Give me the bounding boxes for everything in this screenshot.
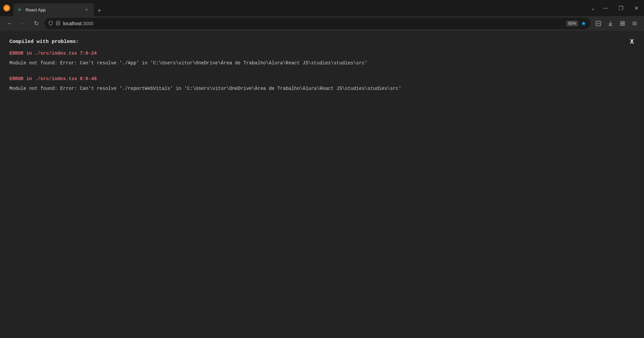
page-icon xyxy=(56,21,60,26)
tab-list-button[interactable]: ⌄ xyxy=(588,3,598,13)
url-text: localhost:3000 xyxy=(63,21,563,26)
tab-title: React App xyxy=(26,7,81,12)
active-tab[interactable]: ⚛ React App × xyxy=(13,3,94,16)
svg-rect-9 xyxy=(623,21,625,23)
zoom-badge: 80% xyxy=(566,20,578,26)
downloads-button[interactable] xyxy=(605,18,616,29)
close-button[interactable]: ✕ xyxy=(629,0,644,16)
error-title-2: ERROR in ./src/index.tsx 8:0-48 xyxy=(9,76,635,81)
minimize-button[interactable]: — xyxy=(598,0,613,16)
window-controls: — ❐ ✕ xyxy=(598,0,644,16)
svg-point-1 xyxy=(5,6,8,10)
address-bar[interactable]: localhost:3000 80% ★ xyxy=(44,18,590,29)
tab-bar: ⚛ React App × + ⌄ — ❐ ✕ xyxy=(0,0,644,16)
shield-icon xyxy=(48,21,53,26)
firefox-icon xyxy=(3,4,11,12)
reload-button[interactable]: ↻ xyxy=(31,18,42,29)
close-overlay-button[interactable]: X xyxy=(627,36,637,47)
bookmark-star-icon[interactable]: ★ xyxy=(581,20,586,27)
browser-chrome: ⚛ React App × + ⌄ — ❐ ✕ ← → ↻ xyxy=(0,0,644,31)
svg-rect-11 xyxy=(623,24,625,25)
tab-favicon: ⚛ xyxy=(17,7,23,12)
tabs-container: ⚛ React App × + xyxy=(13,0,301,16)
svg-rect-8 xyxy=(621,21,622,23)
back-button[interactable]: ← xyxy=(4,18,15,29)
tab-close-button[interactable]: × xyxy=(83,6,90,13)
compiled-header: Compiled with problems: xyxy=(9,39,635,45)
nav-right-buttons xyxy=(593,18,640,29)
error-message-2: Module not found: Error: Can't resolve '… xyxy=(9,85,635,92)
extensions-button[interactable] xyxy=(617,18,628,29)
error-title-1: ERROR in ./src/index.tsx 7:0-24 xyxy=(9,51,635,56)
forward-button[interactable]: → xyxy=(17,18,28,29)
maximize-button[interactable]: ❐ xyxy=(613,0,629,16)
window-controls-area: ⌄ — ❐ ✕ xyxy=(588,0,644,16)
menu-button[interactable] xyxy=(629,18,640,29)
nav-bar: ← → ↻ localhost:3000 80% ★ xyxy=(0,16,644,31)
error-message-1: Module not found: Error: Can't resolve '… xyxy=(9,59,635,67)
new-tab-button[interactable]: + xyxy=(94,5,105,16)
page-content: X Compiled with problems: ERROR in ./src… xyxy=(0,31,644,338)
pocket-button[interactable] xyxy=(593,18,604,29)
svg-rect-6 xyxy=(596,21,601,26)
svg-rect-10 xyxy=(621,24,622,25)
